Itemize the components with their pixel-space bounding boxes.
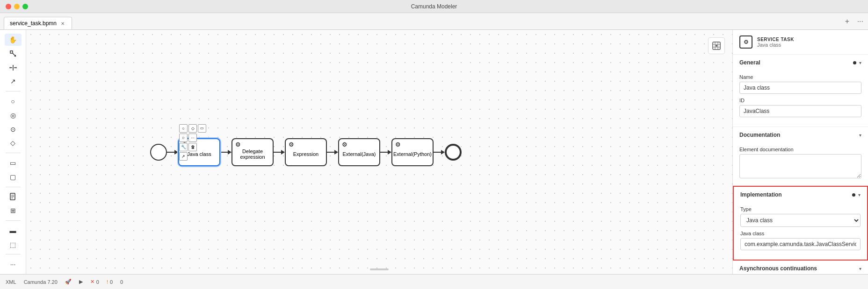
- context-palette: ○ ◇ ▭ ○ ··· 🔧 🗑 ↗: [179, 124, 206, 161]
- doc-indicator: ▾: [859, 133, 861, 138]
- statusbar: XML Camunda 7.20 🚀 ▶ ✕ 0 ! 0 0: [0, 274, 868, 289]
- cp-circle2[interactable]: ○: [179, 134, 188, 142]
- maximize-button[interactable]: [22, 4, 28, 9]
- cp-circle[interactable]: ○: [179, 124, 188, 133]
- tab-more-button[interactable]: ···: [857, 17, 863, 26]
- info-count: 0: [120, 279, 123, 285]
- close-button[interactable]: [6, 4, 11, 9]
- format-label: XML: [6, 279, 16, 285]
- delegate-label: Delegate expression: [232, 148, 273, 160]
- canvas[interactable]: ⚙ Java class ○ ◇ ▭ ○ ··· 🔧: [26, 30, 732, 274]
- tab-add-button[interactable]: +: [845, 17, 849, 26]
- cp-diamond[interactable]: ◇: [188, 124, 197, 133]
- general-dot: [853, 61, 856, 64]
- async-title: Asynchronous continuations: [739, 265, 817, 272]
- delegate-icon: ⚙: [235, 141, 241, 148]
- separator-2: [6, 153, 21, 153]
- id-label: ID: [739, 98, 861, 103]
- hand-tool[interactable]: ✋: [5, 34, 22, 46]
- tabbar: service_task.bpmn ✕ + ···: [0, 13, 868, 30]
- external-java-task[interactable]: ⚙ External(Java): [338, 138, 380, 166]
- panel-header: ⚙ SERVICE TASK Java class: [733, 30, 868, 55]
- main-layout: ✋ ↗ ○ ◎ ⊙ ◇ ▭ ▢ ⊞ ▬ ⬚ ···: [0, 30, 868, 274]
- general-section: General ▾ Name ID: [733, 55, 868, 127]
- engine-indicator: Camunda 7.20: [24, 279, 58, 285]
- documentation-section-content: Element documentation: [733, 143, 868, 185]
- java-class-input[interactable]: [740, 238, 861, 250]
- file-tab[interactable]: service_task.bpmn ✕: [4, 17, 72, 29]
- async-section-header[interactable]: Asynchronous continuations ▾: [733, 261, 868, 274]
- arrow-2: [220, 150, 231, 155]
- arrow-4: [327, 150, 338, 155]
- end-event-node[interactable]: [445, 144, 462, 161]
- id-input[interactable]: [739, 105, 861, 117]
- impl-indicator: ▾: [852, 192, 861, 197]
- external-java-label: External(Java): [343, 151, 376, 157]
- delegate-expression-task[interactable]: ⚙ Delegate expression: [231, 138, 274, 166]
- general-section-header[interactable]: General ▾: [733, 55, 868, 70]
- diamond-tool[interactable]: ◇: [5, 137, 22, 149]
- expression-icon: ⚙: [289, 141, 294, 148]
- rect-tool[interactable]: ▭: [5, 157, 22, 169]
- name-label: Name: [739, 74, 861, 80]
- async-chevron: ▾: [859, 266, 861, 271]
- cylinder-tool[interactable]: ⊞: [5, 204, 22, 217]
- expression-task[interactable]: ⚙ Expression: [285, 138, 327, 166]
- separator-3: [6, 187, 21, 187]
- cp-wrench[interactable]: 🔧: [179, 143, 188, 151]
- svg-marker-6: [9, 67, 10, 69]
- panel-tool[interactable]: ▬: [5, 225, 22, 237]
- circle-tool[interactable]: ○: [5, 95, 22, 107]
- separator-5: [6, 254, 21, 254]
- error-indicator: ✕ 0: [90, 279, 99, 285]
- external-python-icon: ⚙: [395, 141, 401, 148]
- implementation-section: Implementation ▾ Type Java class Express…: [733, 186, 868, 261]
- more-tools-button[interactable]: ···: [5, 258, 22, 270]
- error-count: 0: [96, 279, 99, 285]
- cp-trash[interactable]: 🗑: [188, 143, 197, 151]
- separator-1: [6, 91, 21, 92]
- minimap-button[interactable]: [708, 37, 725, 54]
- doc-textarea[interactable]: [739, 154, 861, 178]
- play-icon: ▶: [79, 279, 83, 285]
- deploy-icon: 🚀: [65, 279, 72, 285]
- minimize-button[interactable]: [14, 4, 20, 9]
- arrow-5: [380, 150, 391, 155]
- type-label: Type: [740, 206, 861, 212]
- external-python-label: External(Python): [393, 151, 432, 157]
- cp-arrow[interactable]: ↗: [179, 152, 188, 161]
- documentation-title: Documentation: [739, 132, 780, 138]
- deploy-button[interactable]: 🚀: [65, 279, 72, 285]
- doc-label: Element documentation: [739, 147, 861, 152]
- async-indicator: ▾: [859, 266, 861, 271]
- name-input[interactable]: [739, 82, 861, 94]
- external-python-task[interactable]: ⚙ External(Python): [391, 138, 434, 166]
- separator-4: [6, 220, 21, 221]
- documentation-section-header[interactable]: Documentation ▾: [733, 127, 868, 143]
- cp-rect[interactable]: ▭: [198, 124, 206, 133]
- doc-tool[interactable]: [5, 190, 22, 203]
- start-event-node[interactable]: [150, 144, 167, 161]
- implementation-section-header[interactable]: Implementation ▾: [734, 187, 867, 203]
- general-indicator: ▾: [853, 60, 861, 65]
- error-icon: ✕: [90, 279, 94, 285]
- play-button[interactable]: ▶: [79, 279, 83, 285]
- window-controls: [6, 4, 28, 9]
- tab-close-button[interactable]: ✕: [59, 20, 66, 27]
- thick-circle-tool[interactable]: ◎: [5, 109, 22, 121]
- space-tool[interactable]: [5, 62, 22, 74]
- connect-tool[interactable]: ↗: [5, 75, 22, 87]
- end-event-tool[interactable]: ⊙: [5, 123, 22, 135]
- expression-label: Expression: [293, 151, 318, 157]
- properties-panel: ⚙ SERVICE TASK Java class General ▾ Name…: [732, 30, 868, 274]
- rounded-rect-tool[interactable]: ▢: [5, 171, 22, 183]
- cp-dots[interactable]: ···: [188, 134, 197, 142]
- general-section-content: Name ID: [733, 70, 868, 127]
- lasso-tool[interactable]: [5, 48, 22, 60]
- arrow-1: [167, 150, 178, 155]
- scroll-indicator: [370, 268, 389, 270]
- dashed-tool[interactable]: ⬚: [5, 239, 22, 251]
- panel-header-text: SERVICE TASK Java class: [757, 37, 794, 48]
- doc-chevron: ▾: [859, 133, 861, 138]
- type-select[interactable]: Java class Expression Delegate expressio…: [740, 214, 861, 227]
